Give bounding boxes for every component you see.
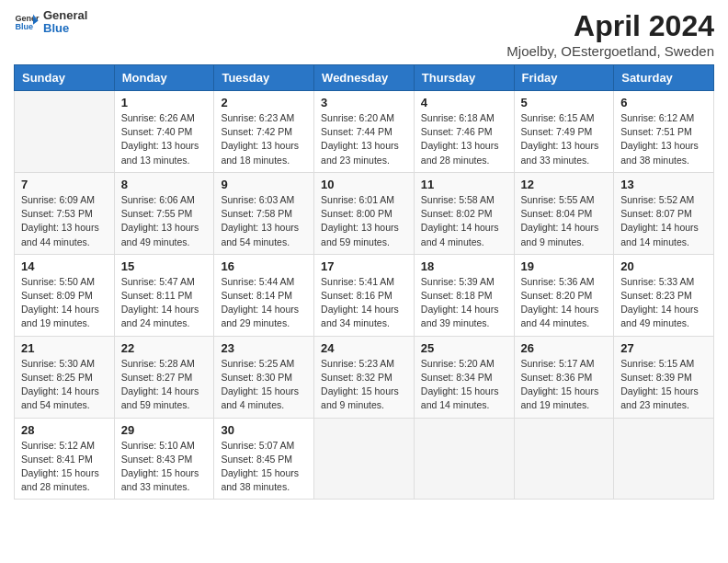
calendar-cell: 6Sunrise: 6:12 AMSunset: 7:51 PMDaylight… [614, 91, 714, 173]
calendar-cell: 16Sunrise: 5:44 AMSunset: 8:14 PMDayligh… [214, 254, 314, 336]
day-info: Sunrise: 5:41 AMSunset: 8:16 PMDaylight:… [321, 275, 407, 331]
calendar-cell: 10Sunrise: 6:01 AMSunset: 8:00 PMDayligh… [314, 172, 415, 254]
day-number: 21 [21, 341, 108, 355]
day-info: Sunrise: 5:47 AMSunset: 8:11 PMDaylight:… [121, 275, 208, 331]
day-number: 30 [221, 423, 307, 437]
day-number: 3 [321, 96, 407, 109]
calendar-week-row: 21Sunrise: 5:30 AMSunset: 8:25 PMDayligh… [15, 336, 714, 418]
day-info: Sunrise: 6:26 AMSunset: 7:40 PMDaylight:… [121, 111, 208, 167]
day-number: 13 [620, 178, 707, 191]
day-number: 10 [321, 178, 407, 191]
title-area: April 2024 Mjoelby, OEstergoetland, Swed… [506, 9, 714, 59]
calendar-cell: 23Sunrise: 5:25 AMSunset: 8:30 PMDayligh… [214, 336, 314, 418]
calendar-cell: 1Sunrise: 6:26 AMSunset: 7:40 PMDaylight… [114, 91, 214, 173]
calendar-week-row: 14Sunrise: 5:50 AMSunset: 8:09 PMDayligh… [15, 254, 714, 336]
calendar-cell [15, 91, 115, 173]
calendar-cell: 8Sunrise: 6:06 AMSunset: 7:55 PMDaylight… [114, 172, 214, 254]
calendar-cell: 25Sunrise: 5:20 AMSunset: 8:34 PMDayligh… [414, 336, 514, 418]
calendar-cell: 26Sunrise: 5:17 AMSunset: 8:36 PMDayligh… [514, 336, 614, 418]
day-info: Sunrise: 5:58 AMSunset: 8:02 PMDaylight:… [421, 193, 507, 249]
day-info: Sunrise: 6:03 AMSunset: 7:58 PMDaylight:… [221, 193, 307, 249]
calendar-week-row: 1Sunrise: 6:26 AMSunset: 7:40 PMDaylight… [15, 91, 714, 173]
day-info: Sunrise: 5:23 AMSunset: 8:32 PMDaylight:… [321, 357, 407, 413]
calendar-cell [414, 418, 514, 500]
calendar-header-sunday: Sunday [15, 65, 115, 91]
calendar-cell: 29Sunrise: 5:10 AMSunset: 8:43 PMDayligh… [114, 418, 214, 500]
day-number: 26 [521, 341, 608, 355]
day-number: 24 [321, 341, 407, 355]
day-info: Sunrise: 5:39 AMSunset: 8:18 PMDaylight:… [421, 275, 507, 331]
calendar-header-tuesday: Tuesday [214, 65, 314, 91]
day-info: Sunrise: 5:17 AMSunset: 8:36 PMDaylight:… [521, 357, 608, 413]
header: General Blue General Blue April 2024 Mjo… [14, 9, 714, 59]
svg-text:Blue: Blue [15, 23, 33, 32]
day-number: 5 [521, 96, 608, 109]
calendar-header-friday: Friday [514, 65, 614, 91]
calendar-header-monday: Monday [114, 65, 214, 91]
location-title: Mjoelby, OEstergoetland, Sweden [506, 43, 714, 59]
calendar-cell: 28Sunrise: 5:12 AMSunset: 8:41 PMDayligh… [15, 418, 115, 500]
calendar-header-saturday: Saturday [614, 65, 714, 91]
day-number: 6 [620, 96, 707, 109]
calendar-header-row: SundayMondayTuesdayWednesdayThursdayFrid… [15, 65, 714, 91]
calendar-header-thursday: Thursday [414, 65, 514, 91]
calendar-cell: 17Sunrise: 5:41 AMSunset: 8:16 PMDayligh… [314, 254, 415, 336]
calendar-cell: 3Sunrise: 6:20 AMSunset: 7:44 PMDaylight… [314, 91, 415, 173]
calendar-cell: 13Sunrise: 5:52 AMSunset: 8:07 PMDayligh… [614, 172, 714, 254]
calendar-week-row: 7Sunrise: 6:09 AMSunset: 7:53 PMDaylight… [15, 172, 714, 254]
logo-general: General [43, 9, 87, 22]
day-info: Sunrise: 5:30 AMSunset: 8:25 PMDaylight:… [21, 357, 108, 413]
month-title: April 2024 [506, 9, 714, 43]
day-info: Sunrise: 6:18 AMSunset: 7:46 PMDaylight:… [421, 111, 507, 167]
day-number: 29 [121, 423, 208, 437]
calendar-cell: 22Sunrise: 5:28 AMSunset: 8:27 PMDayligh… [114, 336, 214, 418]
calendar-cell: 7Sunrise: 6:09 AMSunset: 7:53 PMDaylight… [15, 172, 115, 254]
calendar-cell: 2Sunrise: 6:23 AMSunset: 7:42 PMDaylight… [214, 91, 314, 173]
day-info: Sunrise: 5:44 AMSunset: 8:14 PMDaylight:… [221, 275, 307, 331]
calendar-cell: 21Sunrise: 5:30 AMSunset: 8:25 PMDayligh… [15, 336, 115, 418]
day-info: Sunrise: 6:12 AMSunset: 7:51 PMDaylight:… [620, 111, 707, 167]
day-number: 19 [521, 259, 608, 273]
calendar-cell: 5Sunrise: 6:15 AMSunset: 7:49 PMDaylight… [514, 91, 614, 173]
calendar-cell: 9Sunrise: 6:03 AMSunset: 7:58 PMDaylight… [214, 172, 314, 254]
day-number: 23 [221, 341, 307, 355]
calendar-cell: 18Sunrise: 5:39 AMSunset: 8:18 PMDayligh… [414, 254, 514, 336]
day-number: 9 [221, 178, 307, 191]
day-info: Sunrise: 5:15 AMSunset: 8:39 PMDaylight:… [620, 357, 707, 413]
day-info: Sunrise: 5:07 AMSunset: 8:45 PMDaylight:… [221, 439, 307, 495]
day-info: Sunrise: 6:15 AMSunset: 7:49 PMDaylight:… [521, 111, 608, 167]
calendar-table: SundayMondayTuesdayWednesdayThursdayFrid… [14, 64, 714, 500]
day-info: Sunrise: 5:55 AMSunset: 8:04 PMDaylight:… [521, 193, 608, 249]
day-info: Sunrise: 5:33 AMSunset: 8:23 PMDaylight:… [620, 275, 707, 331]
calendar-cell: 15Sunrise: 5:47 AMSunset: 8:11 PMDayligh… [114, 254, 214, 336]
day-info: Sunrise: 6:20 AMSunset: 7:44 PMDaylight:… [321, 111, 407, 167]
day-info: Sunrise: 6:09 AMSunset: 7:53 PMDaylight:… [21, 193, 108, 249]
day-number: 12 [521, 178, 608, 191]
logo: General Blue General Blue [14, 9, 87, 36]
day-number: 2 [221, 96, 307, 109]
day-number: 28 [21, 423, 108, 437]
day-number: 8 [121, 178, 208, 191]
day-number: 27 [620, 341, 707, 355]
day-info: Sunrise: 5:28 AMSunset: 8:27 PMDaylight:… [121, 357, 208, 413]
calendar-cell: 14Sunrise: 5:50 AMSunset: 8:09 PMDayligh… [15, 254, 115, 336]
calendar-cell: 12Sunrise: 5:55 AMSunset: 8:04 PMDayligh… [514, 172, 614, 254]
calendar-week-row: 28Sunrise: 5:12 AMSunset: 8:41 PMDayligh… [15, 418, 714, 500]
day-number: 15 [121, 259, 208, 273]
logo-text: General Blue [43, 9, 87, 36]
day-number: 7 [21, 178, 108, 191]
day-number: 22 [121, 341, 208, 355]
calendar-cell: 4Sunrise: 6:18 AMSunset: 7:46 PMDaylight… [414, 91, 514, 173]
day-info: Sunrise: 6:06 AMSunset: 7:55 PMDaylight:… [121, 193, 208, 249]
day-number: 18 [421, 259, 507, 273]
day-number: 1 [121, 96, 208, 109]
day-number: 17 [321, 259, 407, 273]
calendar-cell: 20Sunrise: 5:33 AMSunset: 8:23 PMDayligh… [614, 254, 714, 336]
day-number: 14 [21, 259, 108, 273]
day-info: Sunrise: 5:25 AMSunset: 8:30 PMDaylight:… [221, 357, 307, 413]
day-number: 16 [221, 259, 307, 273]
day-number: 25 [421, 341, 507, 355]
day-info: Sunrise: 5:52 AMSunset: 8:07 PMDaylight:… [620, 193, 707, 249]
day-number: 11 [421, 178, 507, 191]
calendar-cell: 24Sunrise: 5:23 AMSunset: 8:32 PMDayligh… [314, 336, 415, 418]
